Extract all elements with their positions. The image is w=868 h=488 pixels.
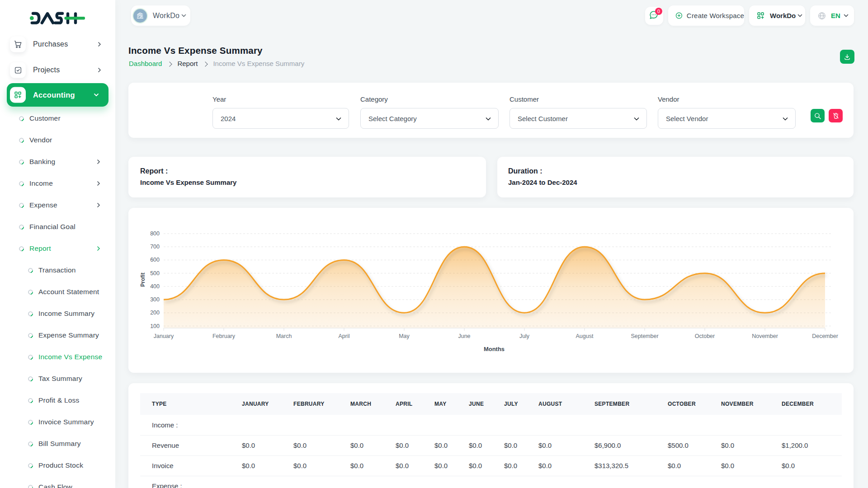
svg-text:700: 700 xyxy=(150,244,160,250)
svg-text:October: October xyxy=(695,333,715,339)
svg-text:500: 500 xyxy=(150,270,160,277)
svg-text:February: February xyxy=(212,333,236,339)
svg-text:June: June xyxy=(458,333,470,339)
svg-text:100: 100 xyxy=(150,323,160,329)
svg-text:July: July xyxy=(519,333,530,339)
svg-text:September: September xyxy=(631,333,658,339)
svg-text:January: January xyxy=(154,333,174,339)
svg-text:Profit: Profit xyxy=(140,272,146,286)
svg-text:May: May xyxy=(399,333,410,339)
svg-text:August: August xyxy=(576,333,594,339)
svg-text:400: 400 xyxy=(150,283,160,290)
svg-text:200: 200 xyxy=(150,310,160,316)
svg-text:April: April xyxy=(338,333,349,339)
svg-text:Months: Months xyxy=(484,346,505,352)
svg-text:600: 600 xyxy=(150,257,160,263)
svg-text:November: November xyxy=(752,333,778,339)
svg-text:800: 800 xyxy=(150,230,160,237)
svg-text:300: 300 xyxy=(150,296,160,303)
svg-text:March: March xyxy=(276,333,292,339)
svg-text:December: December xyxy=(812,333,838,339)
